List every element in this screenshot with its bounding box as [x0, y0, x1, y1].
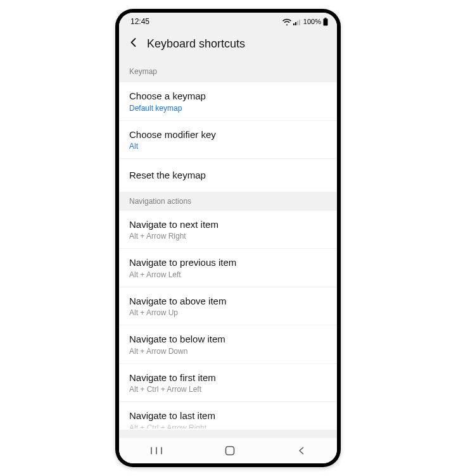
row-subtitle: Alt + Ctrl + Arrow Right [129, 423, 327, 429]
row-subtitle: Default keymap [129, 104, 327, 113]
battery-icon [323, 18, 328, 26]
svg-rect-5 [324, 18, 328, 25]
row-nav-below[interactable]: Navigate to below item Alt + Arrow Down [119, 325, 337, 364]
svg-rect-2 [297, 21, 298, 25]
status-bar: 12:45 100% [119, 13, 337, 30]
wifi-icon [282, 18, 291, 25]
svg-rect-9 [225, 447, 234, 455]
section-header-nav: Navigation actions [119, 192, 337, 211]
app-header: Keyboard shortcuts [119, 30, 337, 60]
row-reset-keymap[interactable]: Reset the keymap [119, 159, 337, 192]
system-nav-bar [119, 438, 337, 463]
back-icon[interactable] [128, 37, 139, 51]
svg-rect-3 [299, 20, 300, 25]
recents-icon[interactable] [150, 446, 163, 455]
section-nav: Navigate to next item Alt + Arrow Right … [119, 211, 337, 430]
row-title: Navigate to above item [129, 295, 327, 308]
battery-percent: 100% [303, 18, 321, 25]
row-subtitle: Alt + Arrow Right [129, 232, 327, 241]
row-title: Navigate to next item [129, 218, 327, 231]
row-nav-first[interactable]: Navigate to first item Alt + Ctrl + Arro… [119, 364, 337, 403]
row-subtitle: Alt + Ctrl + Arrow Left [129, 385, 327, 394]
row-subtitle: Alt + Arrow Up [129, 308, 327, 317]
row-subtitle: Alt + Arrow Down [129, 347, 327, 356]
system-back-icon[interactable] [297, 446, 306, 455]
row-subtitle: Alt [129, 142, 327, 151]
row-title: Navigate to first item [129, 372, 327, 384]
row-title: Choose modifier key [129, 128, 327, 141]
row-subtitle: Alt + Arrow Left [129, 270, 327, 279]
row-nav-prev[interactable]: Navigate to previous item Alt + Arrow Le… [119, 249, 337, 287]
screen: 12:45 100% Keyboard shortcuts Key [119, 13, 337, 463]
row-title: Navigate to last item [129, 410, 327, 422]
phone-frame: 12:45 100% Keyboard shortcuts Key [115, 9, 341, 467]
status-time: 12:45 [130, 17, 149, 26]
row-title: Choose a keymap [129, 90, 327, 103]
row-choose-keymap[interactable]: Choose a keymap Default keymap [119, 82, 337, 121]
row-nav-above[interactable]: Navigate to above item Alt + Arrow Up [119, 287, 337, 326]
row-title: Navigate to below item [129, 333, 327, 346]
row-title: Reset the keymap [129, 169, 327, 182]
svg-rect-1 [295, 22, 296, 25]
row-nav-next[interactable]: Navigate to next item Alt + Arrow Right [119, 211, 337, 249]
page-title: Keyboard shortcuts [147, 37, 245, 51]
section-keymap: Choose a keymap Default keymap Choose mo… [119, 82, 337, 192]
svg-rect-4 [325, 18, 327, 19]
status-right: 100% [282, 18, 328, 26]
row-nav-last[interactable]: Navigate to last item Alt + Ctrl + Arrow… [119, 402, 337, 430]
svg-rect-0 [293, 23, 294, 25]
signal-icon [293, 18, 301, 25]
row-choose-modifier[interactable]: Choose modifier key Alt [119, 121, 337, 160]
home-icon[interactable] [224, 445, 236, 456]
section-header-keymap: Keymap [119, 60, 337, 82]
row-title: Navigate to previous item [129, 256, 327, 269]
content[interactable]: Keymap Choose a keymap Default keymap Ch… [119, 60, 337, 438]
